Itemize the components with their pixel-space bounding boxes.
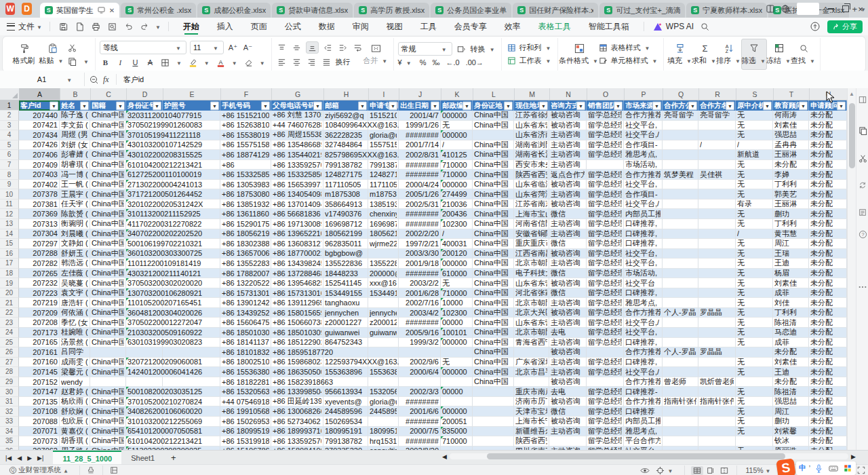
cell[interactable]: China中国 bbox=[90, 387, 126, 397]
header-cell[interactable]: 市场来源▼ bbox=[624, 100, 663, 111]
filter-dropdown-button[interactable]: ▼ bbox=[431, 101, 439, 110]
cell[interactable]: China中国 bbox=[473, 249, 514, 259]
cell[interactable]: 社交平台 bbox=[624, 278, 663, 288]
column-header-R[interactable]: R bbox=[699, 88, 736, 100]
column-header-B[interactable]: B bbox=[60, 88, 91, 100]
name-box[interactable]: A1▼ bbox=[4, 73, 85, 86]
cell[interactable]: 无 bbox=[736, 387, 773, 397]
cell[interactable]: 丁利利 bbox=[773, 308, 809, 318]
cell[interactable]: 筑梦美程 bbox=[663, 170, 698, 180]
cell[interactable]: +86 18302388 bbox=[220, 239, 271, 249]
cell[interactable]: China中国 bbox=[473, 298, 514, 308]
scroll-left-icon[interactable]: ◀ bbox=[442, 453, 447, 460]
cell[interactable]: / bbox=[441, 140, 473, 151]
cell[interactable]: 244589596 bbox=[323, 406, 368, 417]
cell[interactable]: bgbgbow@ bbox=[323, 249, 368, 259]
cell[interactable]: 赵君婷 (女 bbox=[60, 387, 90, 397]
cell[interactable]: +86 18635050000 bbox=[271, 367, 323, 377]
cell[interactable]: 成菲 bbox=[773, 338, 809, 348]
cell[interactable]: 430103200107142529 bbox=[126, 140, 163, 151]
cell[interactable]: 留学总经理 bbox=[587, 288, 624, 299]
cell[interactable]: 未分配 bbox=[809, 140, 847, 151]
cell[interactable]: 2002/8/31 bbox=[399, 150, 441, 160]
cell[interactable]: 王一帆 (男 bbox=[60, 180, 90, 190]
conditional-format-button[interactable]: 条件格式 ▼ bbox=[562, 39, 597, 69]
print-preview-icon[interactable] bbox=[106, 20, 119, 33]
outline-icon[interactable] bbox=[108, 465, 120, 475]
filter-dropdown-button[interactable]: ▼ bbox=[116, 101, 125, 110]
cell[interactable]: 1999/3/2 bbox=[399, 338, 441, 348]
cell[interactable]: 000000 bbox=[441, 406, 473, 417]
cell[interactable]: 山东省东营 bbox=[514, 121, 549, 131]
cell[interactable]: China中国 bbox=[90, 130, 126, 140]
cell[interactable]: 留学总经理 bbox=[587, 387, 624, 397]
cell[interactable] bbox=[587, 377, 624, 387]
sheet-tab[interactable]: 11_28_5_1000 bbox=[53, 451, 121, 465]
cell[interactable]: 返点合作方 bbox=[549, 170, 587, 180]
undo-icon[interactable] bbox=[122, 20, 136, 33]
cell[interactable] bbox=[698, 130, 736, 140]
tab-table-tools[interactable]: 表格工具 bbox=[538, 18, 571, 35]
header-cell[interactable]: 出生日期▼ bbox=[399, 100, 441, 111]
upload-icon[interactable] bbox=[808, 20, 822, 33]
cell[interactable]: 湖南省浏阳 bbox=[514, 140, 549, 151]
eraser-icon[interactable] bbox=[243, 57, 254, 68]
cell[interactable]: 留学总经理 bbox=[587, 338, 624, 348]
cell[interactable]: 陕西省西安 bbox=[514, 170, 549, 180]
cell[interactable]: 北京市朝阳 bbox=[514, 298, 549, 308]
cell[interactable]: 亮哥留学 bbox=[698, 111, 736, 121]
scroll-right-icon[interactable]: ▶ bbox=[851, 453, 856, 460]
cell[interactable]: ######## bbox=[399, 436, 441, 446]
cell[interactable]: 个人-罗晶 bbox=[663, 347, 698, 358]
cell[interactable]: China中国 bbox=[90, 397, 126, 407]
cell[interactable]: China中国 bbox=[473, 170, 514, 180]
cell[interactable]: 袁文宇 (女 bbox=[60, 288, 90, 299]
cell[interactable]: 口碑推荐 bbox=[624, 406, 663, 417]
cell[interactable]: 207440 bbox=[19, 111, 60, 121]
cell[interactable] bbox=[163, 377, 220, 387]
header-cell[interactable]: 现住地址▼ bbox=[514, 100, 549, 111]
cell[interactable]: 主动咨询 bbox=[549, 219, 587, 229]
cell[interactable]: 无 bbox=[736, 130, 773, 140]
cell[interactable]: 个人-罗晶 bbox=[663, 308, 698, 318]
cell[interactable]: China中国 bbox=[473, 209, 514, 219]
row-number[interactable]: 15 bbox=[0, 239, 19, 249]
cell[interactable]: 未分配 bbox=[809, 170, 847, 180]
cell[interactable]: 曾老师 bbox=[663, 377, 698, 387]
cell[interactable]: 未分配 bbox=[809, 121, 847, 131]
cell[interactable]: 207208 bbox=[19, 318, 60, 328]
find-button[interactable]: 查找 ▼ bbox=[791, 39, 816, 69]
cell[interactable]: 留学总经理 bbox=[587, 249, 624, 259]
row-number[interactable]: 33 bbox=[0, 417, 19, 427]
cell[interactable]: +86 15026953 bbox=[220, 417, 271, 427]
cell[interactable]: 主动咨询 bbox=[549, 229, 587, 240]
cell[interactable]: gloria@uk bbox=[368, 397, 399, 407]
cell[interactable]: China中国 bbox=[90, 269, 126, 279]
cell[interactable]: 2000/6/4 bbox=[399, 367, 441, 377]
cell[interactable]: 未分配 bbox=[773, 160, 809, 170]
cell[interactable]: +86 刘慧 137052 bbox=[271, 111, 323, 121]
cell[interactable]: 210303200509160922 bbox=[126, 328, 163, 338]
cell[interactable]: 108409964XXX@163. bbox=[323, 121, 368, 131]
copy-page-icon[interactable] bbox=[858, 126, 867, 135]
cell[interactable]: 630103199903020823 bbox=[126, 338, 163, 348]
cell[interactable] bbox=[698, 328, 736, 338]
cell[interactable]: 200436 bbox=[441, 209, 473, 219]
cell[interactable]: China中国 bbox=[90, 328, 126, 338]
cell[interactable] bbox=[663, 358, 698, 368]
cell[interactable]: China中国 bbox=[473, 140, 514, 151]
cell[interactable]: 未分配 bbox=[809, 417, 847, 427]
save-icon[interactable] bbox=[57, 20, 71, 33]
cell[interactable]: 207421 bbox=[19, 121, 60, 131]
cell[interactable]: 主动咨询 bbox=[549, 358, 587, 368]
cell[interactable]: 有录 bbox=[736, 200, 773, 210]
cell[interactable]: 未分配 bbox=[809, 427, 847, 437]
cell[interactable]: +86 15332585001 bbox=[271, 170, 323, 180]
cell[interactable]: China中国 bbox=[90, 239, 126, 249]
cell[interactable]: 社交平台, bbox=[624, 259, 663, 269]
cell[interactable] bbox=[473, 427, 514, 437]
cell[interactable]: 安徽省铜陵 bbox=[514, 229, 549, 240]
cell[interactable]: 无 bbox=[736, 318, 773, 328]
cell[interactable] bbox=[698, 229, 736, 240]
cell[interactable]: 未分配 bbox=[809, 377, 847, 387]
